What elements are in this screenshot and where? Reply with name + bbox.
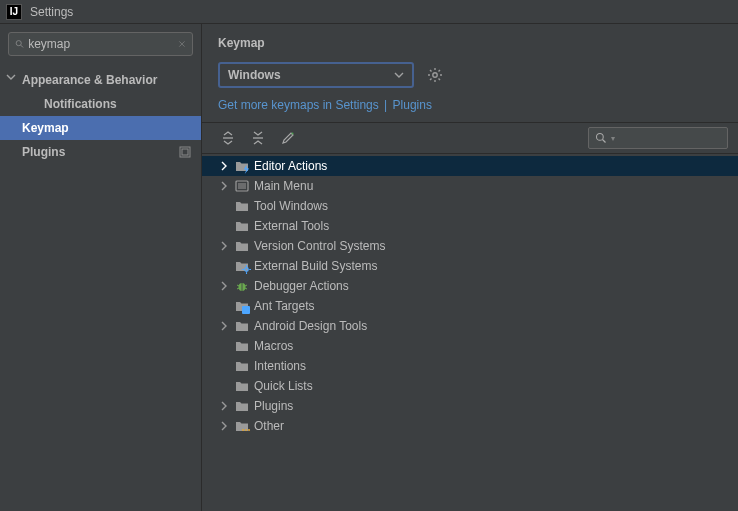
expander-slot[interactable] <box>216 158 232 174</box>
sidebar-item-label: Plugins <box>22 145 65 159</box>
action-tree-item-macros[interactable]: Macros <box>202 336 738 356</box>
action-tree-item-ant-targets[interactable]: Ant Targets <box>202 296 738 316</box>
tree-item-label: Other <box>254 419 284 433</box>
folder-icon <box>234 218 250 234</box>
edit-shortcut-button[interactable] <box>278 128 298 148</box>
action-tree-item-main-menu[interactable]: Main Menu <box>202 176 738 196</box>
tree-item-label: Intentions <box>254 359 306 373</box>
svg-rect-35 <box>242 306 250 314</box>
svg-point-17 <box>292 133 294 135</box>
collapse-all-button[interactable] <box>248 128 268 148</box>
action-tree-item-version-control-systems[interactable]: Version Control Systems <box>202 236 738 256</box>
expand-all-button[interactable] <box>218 128 238 148</box>
expander-slot[interactable] <box>216 278 232 294</box>
folder-icon <box>234 198 250 214</box>
action-tree-item-tool-windows[interactable]: Tool Windows <box>202 196 738 216</box>
svg-line-32 <box>245 285 247 286</box>
svg-line-31 <box>237 285 239 286</box>
expander-slot <box>216 298 232 314</box>
search-icon <box>595 132 607 144</box>
collapse-all-icon <box>251 131 265 145</box>
action-tree-item-android-design-tools[interactable]: Android Design Tools <box>202 316 738 336</box>
svg-rect-5 <box>182 149 188 155</box>
svg-line-13 <box>439 70 441 72</box>
settings-scope-icon <box>179 146 191 158</box>
titlebar: IJ Settings <box>0 0 738 24</box>
expander-slot <box>216 258 232 274</box>
keymap-scheme-value: Windows <box>228 68 281 82</box>
chevron-right-icon <box>219 401 229 411</box>
window-title: Settings <box>30 5 73 19</box>
chevron-down-icon: ▾ <box>611 134 615 143</box>
action-tree-item-external-tools[interactable]: External Tools <box>202 216 738 236</box>
plugins-link[interactable]: Plugins <box>393 98 432 112</box>
expander-slot <box>216 338 232 354</box>
folder-icon <box>234 398 250 414</box>
folder-icon <box>234 238 250 254</box>
svg-point-36 <box>242 429 244 431</box>
action-tree-item-intentions[interactable]: Intentions <box>202 356 738 376</box>
expander-slot <box>216 218 232 234</box>
chevron-right-icon <box>219 241 229 251</box>
sidebar-search-field[interactable] <box>8 32 193 56</box>
chevron-right-icon <box>219 161 229 171</box>
chevron-down-icon[interactable] <box>6 72 20 86</box>
expander-slot[interactable] <box>216 318 232 334</box>
keymap-tree-toolbar: ▾ <box>202 122 738 154</box>
chevron-right-icon <box>219 181 229 191</box>
action-tree-item-editor-actions[interactable]: Editor Actions <box>202 156 738 176</box>
sidebar-item-label: Appearance & Behavior <box>22 73 157 87</box>
action-tree-item-debugger-actions[interactable]: Debugger Actions <box>202 276 738 296</box>
svg-line-11 <box>430 70 432 72</box>
expander-slot[interactable] <box>216 178 232 194</box>
expander-slot[interactable] <box>216 398 232 414</box>
sidebar-item-notifications[interactable]: Notifications <box>0 92 201 116</box>
action-tree-item-other[interactable]: Other <box>202 416 738 436</box>
expander-slot[interactable] <box>216 418 232 434</box>
sidebar-item-plugins[interactable]: Plugins <box>0 140 201 164</box>
tree-item-label: Main Menu <box>254 179 313 193</box>
app-icon: IJ <box>6 4 22 20</box>
link-separator: | <box>379 98 393 112</box>
tree-item-label: External Tools <box>254 219 329 233</box>
action-tree-item-external-build-systems[interactable]: External Build Systems <box>202 256 738 276</box>
folder-icon <box>234 338 250 354</box>
expander-slot[interactable] <box>216 238 232 254</box>
folder-icon <box>234 318 250 334</box>
tree-item-label: Ant Targets <box>254 299 314 313</box>
menu-icon <box>234 178 250 194</box>
svg-point-38 <box>248 429 250 431</box>
chevron-right-icon <box>219 321 229 331</box>
sidebar-item-appearance-behavior[interactable]: Appearance & Behavior <box>0 68 201 92</box>
tree-item-label: Version Control Systems <box>254 239 385 253</box>
clear-icon[interactable] <box>178 38 186 50</box>
chevron-down-icon <box>394 70 404 80</box>
keymap-tree-search-input[interactable] <box>619 131 721 145</box>
keymap-scheme-select[interactable]: Windows <box>218 62 414 88</box>
svg-line-34 <box>245 288 247 289</box>
keymap-tree-search-field[interactable]: ▾ <box>588 127 728 149</box>
sidebar-item-keymap[interactable]: Keymap <box>0 116 201 140</box>
link-prefix-text: Get more keymaps in <box>218 98 335 112</box>
svg-point-0 <box>16 41 21 46</box>
settings-link[interactable]: Settings <box>335 98 378 112</box>
chevron-right-icon <box>219 421 229 431</box>
chevron-right-icon <box>219 281 229 291</box>
tree-item-label: Editor Actions <box>254 159 327 173</box>
keymap-settings-gear-button[interactable] <box>424 64 446 86</box>
svg-line-33 <box>237 288 239 289</box>
action-tree-item-plugins[interactable]: Plugins <box>202 396 738 416</box>
tree-item-label: Plugins <box>254 399 293 413</box>
get-more-keymaps-row: Get more keymaps in Settings | Plugins <box>202 94 738 122</box>
settings-content: Keymap Windows Get more keymaps in Setti… <box>202 24 738 511</box>
tree-item-label: Android Design Tools <box>254 319 367 333</box>
expander-slot <box>216 358 232 374</box>
svg-line-1 <box>21 45 23 47</box>
keymap-actions-tree[interactable]: Editor ActionsMain MenuTool WindowsExter… <box>202 154 738 511</box>
sidebar-search-input[interactable] <box>28 37 178 51</box>
settings-categories-tree[interactable]: Appearance & BehaviorNotificationsKeymap… <box>0 64 201 511</box>
action-tree-item-quick-lists[interactable]: Quick Lists <box>202 376 738 396</box>
gear-icon <box>427 67 443 83</box>
tree-item-label: Debugger Actions <box>254 279 349 293</box>
expand-all-icon <box>221 131 235 145</box>
